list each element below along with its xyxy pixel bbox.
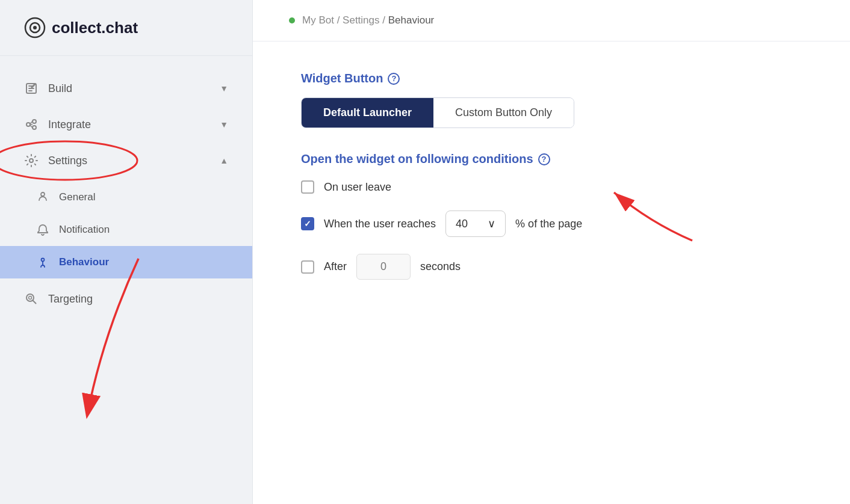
build-label: Build (48, 82, 210, 95)
svg-point-4 (26, 123, 30, 126)
topbar: My Bot / Settings / Behaviour (253, 0, 850, 41)
sidebar-item-build[interactable]: Build ▼ (0, 70, 252, 106)
widget-button-label: Widget Button (301, 72, 383, 85)
sidebar-item-settings[interactable]: Settings ▲ (0, 143, 252, 179)
sidebar-item-behaviour[interactable]: Behaviour (0, 246, 252, 278)
sidebar-item-general[interactable]: General (0, 181, 252, 214)
build-icon (24, 81, 39, 96)
user-reaches-checkbox[interactable] (301, 217, 314, 230)
svg-point-11 (29, 297, 32, 300)
breadcrumb: My Bot / Settings / Behaviour (302, 14, 434, 26)
sidebar-item-integrate[interactable]: Integrate ▼ (0, 106, 252, 143)
widget-button-group: Default Launcher Custom Button Only (301, 97, 574, 128)
conditions-label: Open the widget on following conditions (301, 152, 533, 166)
integrate-icon (24, 117, 39, 132)
svg-point-2 (33, 26, 37, 29)
logo-icon (24, 17, 46, 38)
user-reaches-label: When the user reaches (324, 218, 436, 230)
breadcrumb-behaviour: Behaviour (388, 14, 435, 26)
sidebar-item-targeting[interactable]: Targeting (0, 281, 252, 317)
percent-value: 40 (456, 218, 468, 230)
conditions-help-icon[interactable]: ? (538, 153, 550, 165)
notification-icon (36, 223, 49, 236)
sub-nav: General Notification (0, 179, 252, 281)
behaviour-icon (36, 256, 49, 269)
condition-row-user-leave: On user leave (301, 180, 802, 194)
general-icon (36, 191, 49, 204)
status-dot (289, 17, 295, 23)
build-chevron: ▼ (220, 84, 228, 93)
settings-label: Settings (48, 155, 210, 167)
seconds-suffix: seconds (420, 260, 461, 273)
chevron-down-icon: ∨ (488, 217, 495, 230)
svg-point-6 (33, 126, 36, 129)
sidebar-item-notification[interactable]: Notification (0, 214, 252, 246)
svg-point-5 (33, 120, 36, 123)
general-label: General (59, 191, 95, 203)
breadcrumb-sep1: / (337, 14, 343, 26)
condition-row-user-reaches: When the user reaches 40 ∨ % of the page (301, 211, 802, 237)
default-launcher-button[interactable]: Default Launcher (302, 98, 433, 128)
percent-suffix: % of the page (515, 218, 582, 230)
widget-button-title: Widget Button ? (301, 72, 802, 85)
sidebar: collect.chat Build ▼ (0, 0, 253, 504)
logo-text: collect.chat (52, 19, 138, 37)
notification-label: Notification (59, 224, 110, 236)
breadcrumb-settings: Settings (343, 14, 379, 26)
breadcrumb-mybot: My Bot (302, 14, 334, 26)
integrate-chevron: ▼ (220, 120, 228, 129)
targeting-icon (24, 292, 39, 306)
behaviour-label: Behaviour (59, 256, 109, 268)
seconds-input[interactable] (356, 254, 411, 280)
main-content: My Bot / Settings / Behaviour Widget But… (253, 0, 850, 504)
breadcrumb-sep2: / (382, 14, 388, 26)
svg-point-7 (29, 159, 33, 162)
condition-row-after-seconds: After seconds (301, 254, 802, 280)
integrate-label: Integrate (48, 118, 210, 131)
settings-chevron: ▲ (220, 156, 228, 165)
user-leave-label: On user leave (324, 181, 391, 194)
widget-button-help-icon[interactable]: ? (388, 73, 400, 85)
after-seconds-checkbox[interactable] (301, 260, 314, 274)
custom-button-only-button[interactable]: Custom Button Only (433, 98, 574, 128)
targeting-label: Targeting (48, 293, 228, 306)
after-label: After (324, 260, 347, 273)
user-leave-checkbox[interactable] (301, 180, 314, 194)
content-area: Widget Button ? Default Launcher Custom … (253, 41, 850, 504)
percent-select[interactable]: 40 ∨ (445, 211, 506, 237)
nav-area: Build ▼ Integrate ▼ (0, 56, 252, 504)
settings-icon (24, 153, 39, 168)
logo-area: collect.chat (0, 0, 252, 56)
conditions-title: Open the widget on following conditions … (301, 152, 802, 166)
